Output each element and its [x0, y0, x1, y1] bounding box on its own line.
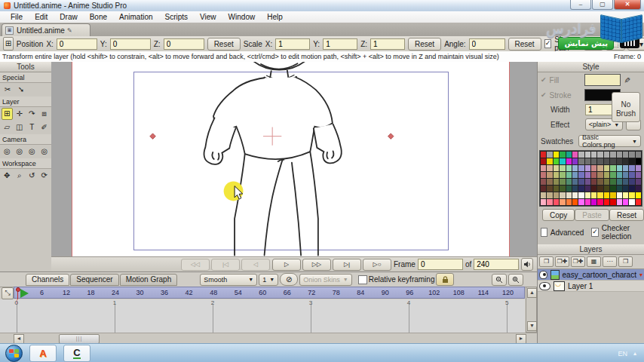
swatch-3-7[interactable] — [585, 172, 590, 178]
position-z-input[interactable] — [164, 38, 204, 50]
swatch-4-3[interactable] — [560, 179, 565, 185]
swatch-0-3[interactable] — [560, 152, 565, 158]
swatch-6-5[interactable] — [572, 192, 578, 198]
maximize-button[interactable]: ▢ — [592, 0, 613, 10]
timeline-vertical-scrollbar[interactable]: ▲ ▼ — [526, 287, 537, 333]
timeline-tracks[interactable]: 012345 — [0, 299, 525, 333]
swatch-7-11[interactable] — [610, 199, 615, 205]
translate-layer-tool[interactable]: ✛ — [14, 108, 26, 120]
swatch-1-0[interactable] — [541, 158, 546, 164]
swatch-4-11[interactable] — [610, 179, 615, 185]
swatch-5-10[interactable] — [604, 186, 609, 192]
swatch-7-0[interactable] — [541, 199, 546, 205]
swatch-3-8[interactable] — [591, 172, 596, 178]
swatch-2-9[interactable] — [597, 165, 603, 171]
swatch-7-15[interactable] — [636, 199, 641, 205]
swatch-4-2[interactable] — [554, 179, 559, 185]
scale-x-input[interactable] — [275, 38, 310, 50]
swatch-6-12[interactable] — [617, 192, 622, 198]
swatch-6-10[interactable] — [604, 192, 609, 198]
swatch-0-9[interactable] — [597, 152, 603, 158]
swatch-0-2[interactable] — [554, 152, 559, 158]
swatch-5-15[interactable] — [636, 186, 641, 192]
timeline-zoom-out-button[interactable] — [492, 274, 507, 286]
swatch-1-5[interactable] — [572, 158, 578, 164]
swatch-6-7[interactable] — [585, 192, 590, 198]
swatch-0-11[interactable] — [610, 152, 615, 158]
timeline-expand-button[interactable]: ⤡ — [2, 287, 14, 299]
swatch-6-3[interactable] — [560, 192, 565, 198]
reset-style-button[interactable]: Reset — [609, 209, 644, 221]
swatch-1-14[interactable] — [629, 158, 634, 164]
eyedropper-tool[interactable]: ✐ — [38, 121, 51, 133]
menu-scripts[interactable]: Scripts — [159, 13, 195, 21]
menu-bone[interactable]: Bone — [84, 13, 113, 21]
swatch-7-4[interactable] — [566, 199, 572, 205]
swatch-4-13[interactable] — [623, 179, 628, 185]
swatch-7-10[interactable] — [604, 199, 609, 205]
swatch-0-4[interactable] — [566, 152, 572, 158]
swatch-5-1[interactable] — [547, 186, 552, 192]
fill-eyedropper-icon[interactable]: ✎ — [622, 77, 630, 83]
swatch-3-15[interactable] — [636, 172, 641, 178]
swatch-5-14[interactable] — [629, 186, 634, 192]
lock-keyframes-button[interactable] — [436, 273, 454, 286]
relative-keyframing-checkbox[interactable] — [358, 275, 367, 284]
delete-layer-button[interactable]: ▦ — [587, 256, 601, 267]
scale-layer-tool[interactable]: ⧈ — [38, 108, 51, 120]
swatch-3-12[interactable] — [617, 172, 622, 178]
fill-color-swatch[interactable] — [584, 74, 621, 86]
swatch-3-9[interactable] — [597, 172, 603, 178]
swatch-5-11[interactable] — [610, 186, 615, 192]
swatch-1-15[interactable] — [636, 158, 641, 164]
swatch-2-7[interactable] — [585, 165, 590, 171]
swatch-6-0[interactable] — [541, 192, 546, 198]
interp-count-dropdown[interactable]: 1▼ — [259, 274, 278, 286]
position-reset-button[interactable]: Reset — [207, 38, 241, 51]
swatch-2-1[interactable] — [547, 165, 552, 171]
swatch-1-8[interactable] — [591, 158, 596, 164]
swatch-1-4[interactable] — [566, 158, 572, 164]
swatch-3-6[interactable] — [578, 172, 584, 178]
zoom-camera-tool[interactable]: ◎ — [14, 146, 26, 158]
total-frames-input[interactable] — [474, 259, 519, 270]
swatch-2-14[interactable] — [629, 165, 634, 171]
scroll-up-arrow[interactable]: ▲ — [527, 288, 537, 298]
swatch-0-7[interactable] — [585, 152, 590, 158]
swatch-0-6[interactable] — [578, 152, 584, 158]
swatch-1-9[interactable] — [597, 158, 603, 164]
swatch-4-12[interactable] — [617, 179, 622, 185]
stroke-checkbox[interactable]: ✔ — [541, 91, 547, 99]
loop-button[interactable]: ▷○ — [363, 259, 391, 271]
menu-file[interactable]: File — [5, 13, 29, 21]
swatch-7-9[interactable] — [597, 199, 603, 205]
roll-camera-tool[interactable]: ◎ — [26, 146, 38, 158]
timeline-tab-motion-graph[interactable]: Motion Graph — [120, 274, 178, 286]
new-layer-button[interactable]: ❒ — [539, 256, 554, 267]
swatch-2-2[interactable] — [554, 165, 559, 171]
swatch-6-14[interactable] — [629, 192, 634, 198]
swatch-3-13[interactable] — [623, 172, 628, 178]
swatch-2-13[interactable] — [623, 165, 628, 171]
play-button[interactable]: ▷ — [272, 259, 301, 271]
swatch-1-13[interactable] — [623, 158, 628, 164]
no-brush-button[interactable]: No Brush — [612, 92, 640, 122]
swatch-7-12[interactable] — [617, 199, 622, 205]
swatch-5-2[interactable] — [554, 186, 559, 192]
swatch-3-4[interactable] — [566, 172, 572, 178]
swatch-7-6[interactable] — [578, 199, 584, 205]
layer-options-button[interactable]: ⋯ — [603, 256, 617, 267]
layer-visibility-eye-icon[interactable] — [539, 271, 547, 279]
orbit-workspace-tool[interactable]: ⟳ — [38, 170, 51, 182]
swatch-3-10[interactable] — [604, 172, 609, 178]
swatch-3-14[interactable] — [629, 172, 634, 178]
swatch-0-1[interactable] — [547, 152, 552, 158]
timeline-horizontal-scrollbar[interactable]: ◄ ||| ► — [0, 333, 537, 344]
swatch-3-5[interactable] — [572, 172, 578, 178]
swatch-5-0[interactable] — [541, 186, 546, 192]
swatch-7-7[interactable] — [585, 199, 590, 205]
taskbar-recorder-icon[interactable]: C — [63, 345, 90, 362]
swatch-2-5[interactable] — [572, 165, 578, 171]
swatch-6-11[interactable] — [610, 192, 615, 198]
tray-arrow-icon[interactable]: ▴ — [633, 350, 636, 357]
